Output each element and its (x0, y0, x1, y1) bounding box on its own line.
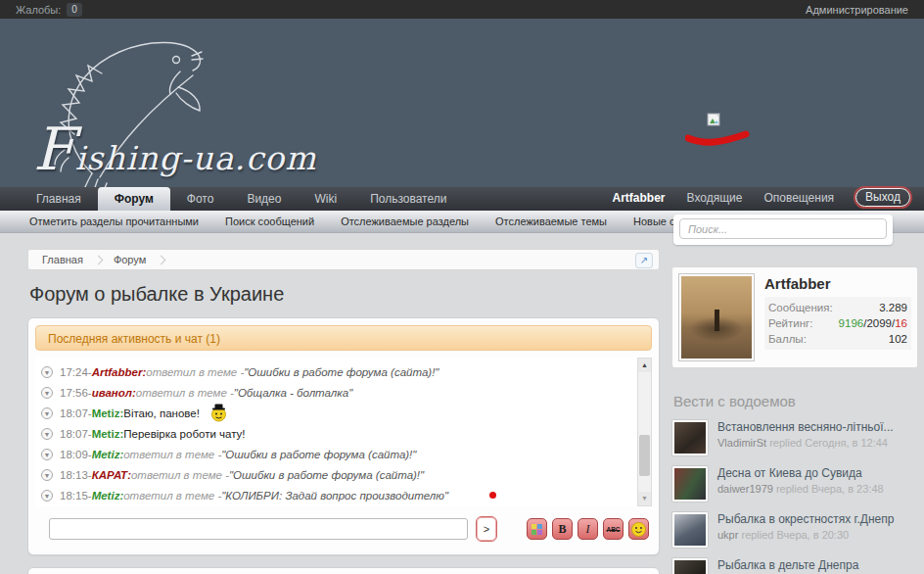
breadcrumb-forum[interactable]: Форум (108, 254, 152, 265)
topic-time: Сегодня, в 12:44 (805, 437, 888, 449)
messages-stat-label: Сообщения: (768, 300, 833, 315)
topic-title-link[interactable]: Рыбалка в дельте Днепра (717, 558, 877, 573)
message-user[interactable]: Metiz (92, 407, 120, 419)
hat-smiley-icon (209, 404, 228, 422)
list-item: Встановлення весняно-літньої... Vladimir… (671, 419, 918, 456)
administration-link[interactable]: Администрирование (806, 4, 908, 16)
emoji-button[interactable] (628, 518, 649, 540)
message-action: ответил в теме - (136, 387, 234, 399)
message-menu-icon[interactable]: ▼ (41, 366, 53, 378)
topic-title-link[interactable]: Десна от Киева до Сувида (717, 466, 884, 481)
list-item: Десна от Киева до Сувида daiwer1979 repl… (671, 465, 918, 502)
message-topic-link[interactable]: "Ошибки в работе форума (сайта)!" (244, 366, 439, 378)
topic-thumbnail[interactable] (671, 465, 709, 502)
avatar[interactable] (678, 273, 755, 361)
topic-thumbnail[interactable] (671, 511, 709, 549)
share-icon[interactable]: ↗ (635, 253, 653, 268)
chat-message: ▼ 17:24 - Artfabber : ответил в теме - "… (41, 361, 632, 382)
logout-button[interactable]: Выход (855, 188, 910, 207)
message-user[interactable]: Metiz (92, 490, 120, 502)
message-user[interactable]: Metiz (92, 428, 120, 440)
topic-title-link[interactable]: Рыбалка в окрестностях г.Днепр (717, 512, 894, 527)
color-palette-button[interactable] (527, 518, 547, 540)
smiley-icon (631, 522, 646, 537)
tab-forum[interactable]: Форум (98, 187, 170, 211)
chat-message: ▼ 17:56 - иванол : ответил в теме - "Общ… (41, 382, 632, 403)
current-user-link[interactable]: Artfabber (613, 191, 666, 205)
topic-title-link[interactable]: Встановлення весняно-літньої... (717, 420, 894, 435)
chat-message: ▼ 18:13 - КАРАТ : ответил в теме - "Ошиб… (41, 464, 632, 485)
broken-image-icon (707, 113, 721, 127)
tab-wiki[interactable]: Wiki (298, 187, 353, 211)
message-time: 17:24 (60, 366, 88, 378)
message-time: 18:09 (60, 449, 88, 460)
message-time: 17:56 (60, 387, 88, 399)
send-button[interactable]: > (476, 516, 497, 542)
inbox-link[interactable]: Входящие (687, 191, 743, 205)
list-item: Рыбалка в дельте Днепра VladimirSt repli… (671, 557, 918, 574)
watched-threads-link[interactable]: Отслеживаемые темы (495, 215, 607, 227)
message-menu-icon[interactable]: ▼ (41, 387, 53, 399)
complaints-count-badge[interactable]: 0 (67, 3, 82, 17)
scroll-up-icon[interactable]: ▲ (638, 359, 651, 372)
topic-time: Вчера, в 23:48 (811, 483, 884, 495)
tab-users[interactable]: Пользователи (353, 187, 463, 211)
admin-topbar: Жалобы: 0 Администрирование (0, 0, 924, 19)
message-user[interactable]: иванол (92, 387, 132, 399)
chat-panel-header[interactable]: Последняя активность и чат (1) (35, 325, 652, 351)
message-menu-icon[interactable]: ▼ (41, 428, 53, 440)
message-text: Перевірка роботи чату! (123, 428, 245, 440)
site-logo[interactable]: Fishing-ua.com (6, 21, 319, 187)
message-user[interactable]: Artfabber (92, 366, 143, 378)
message-time: 18:15 (60, 490, 88, 502)
message-topic-link[interactable]: "Ошибки в работе форума (сайта)!" (229, 469, 424, 481)
replied-label: replied (769, 437, 802, 449)
topic-thumbnail[interactable] (671, 557, 709, 574)
chat-scrollbar[interactable]: ▲ ▼ (637, 358, 652, 506)
next-panel-cutoff (27, 567, 660, 574)
chat-message-list: ▼ 17:24 - Artfabber : ответил в теме - "… (35, 358, 652, 506)
chevron-right-icon (93, 255, 103, 264)
search-input[interactable] (679, 218, 887, 239)
watched-forums-link[interactable]: Отслеживаемые разделы (341, 215, 469, 227)
message-menu-icon[interactable]: ▼ (41, 449, 53, 460)
mark-read-link[interactable]: Отметить разделы прочитанными (29, 215, 199, 227)
sidebar: Artfabber Сообщения: 3.289 Рейтинг: 9196… (671, 249, 918, 574)
replied-label: replied (776, 483, 808, 495)
topic-user-link[interactable]: ukpr (717, 529, 738, 541)
search-posts-link[interactable]: Поиск сообщений (225, 215, 314, 227)
points-stat-value: 102 (889, 331, 907, 347)
chat-message: ▼ 18:09 - Metiz : ответил в теме - "Ошиб… (41, 444, 632, 464)
tab-video[interactable]: Видео (230, 187, 298, 211)
chat-message-input[interactable] (49, 518, 468, 540)
message-topic-link[interactable]: "Общалка - болталка" (234, 387, 352, 399)
italic-button[interactable]: I (578, 518, 598, 540)
topic-thumbnail[interactable] (671, 419, 709, 456)
message-topic-link[interactable]: "Ошибки в работе форума (сайта)!" (221, 449, 416, 460)
message-action: ответил в теме - (123, 449, 221, 460)
strikethrough-button[interactable]: ABC (603, 518, 624, 540)
chat-input-row: > B I ABC (49, 516, 652, 542)
message-user[interactable]: КАРАТ (92, 469, 128, 481)
message-menu-icon[interactable]: ▼ (41, 469, 53, 481)
tab-photo[interactable]: Фото (170, 187, 231, 211)
scroll-down-icon[interactable]: ▼ (638, 492, 651, 505)
list-item: Рыбалка в окрестностях г.Днепр ukpr repl… (671, 511, 918, 549)
message-menu-icon[interactable]: ▼ (41, 490, 53, 502)
breadcrumb-home[interactable]: Главная (36, 254, 89, 265)
message-menu-icon[interactable]: ▼ (41, 407, 53, 419)
red-swoosh-icon (685, 130, 750, 150)
tab-home[interactable]: Главная (20, 187, 98, 211)
profile-box: Artfabber Сообщения: 3.289 Рейтинг: 9196… (671, 266, 918, 368)
alerts-link[interactable]: Оповещения (763, 191, 834, 205)
bold-button[interactable]: B (552, 518, 573, 540)
main-column: Главная Форум ↗ Форум о рыбалке в Украин… (27, 249, 660, 574)
main-nav: Главная Форум Фото Видео Wiki Пользовате… (0, 187, 924, 211)
topic-user-link[interactable]: daiwer1979 (717, 483, 773, 495)
message-topic-link[interactable]: "КОЛИБРИ: Задай вопрос производителю" (221, 490, 448, 502)
message-user[interactable]: Metiz (92, 449, 120, 460)
scrollbar-thumb[interactable] (639, 435, 650, 476)
profile-name[interactable]: Artfabber (764, 275, 911, 292)
topic-user-link[interactable]: VladimirSt (717, 437, 766, 449)
chevron-right-icon (157, 255, 166, 264)
